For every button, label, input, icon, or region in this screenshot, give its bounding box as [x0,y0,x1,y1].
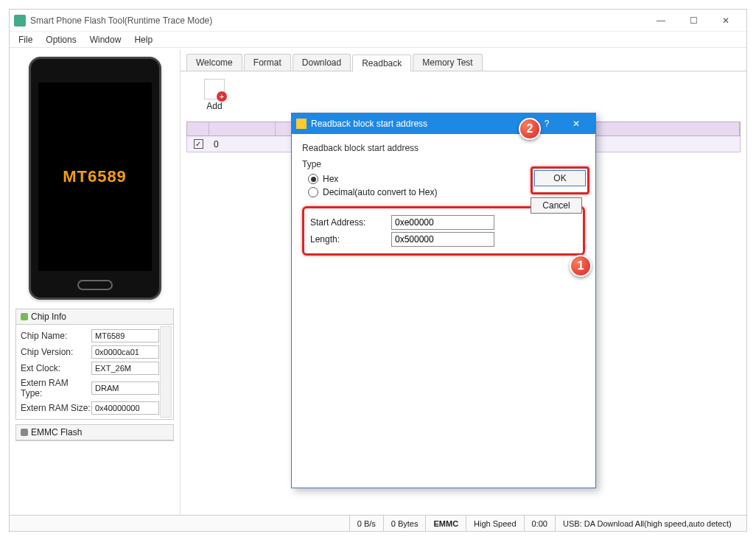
row-index: 0 [209,139,276,150]
ram-type-value: DRAM [91,382,159,395]
dialog-close-button[interactable]: ✕ [561,115,591,133]
chip-info-panel: Chip Info Chip Name:MT6589 Chip Version:… [15,309,174,420]
status-usb: USB: DA Download All(high speed,auto det… [555,516,746,531]
close-button[interactable]: ✕ [710,10,742,31]
menubar: File Options Window Help [10,32,746,48]
tab-welcome[interactable]: Welcome [186,54,242,71]
tab-download[interactable]: Download [293,54,351,71]
chip-name-value: MT6589 [91,329,159,342]
menu-window[interactable]: Window [84,33,127,46]
radio-hex[interactable] [308,174,318,184]
status-storage: EMMC [425,516,466,531]
tab-readback[interactable]: Readback [352,54,411,71]
chip-icon [21,313,28,320]
menu-help[interactable]: Help [128,33,158,46]
emmc-header: EMMC Flash [16,425,173,440]
dialog-titlebar: Readback block start address ? ✕ [292,113,595,134]
ram-size-value: 0x40000000 [91,401,159,415]
radio-decimal[interactable] [308,187,318,197]
status-time: 0:00 [524,516,555,531]
minimize-button[interactable]: — [645,10,677,31]
phone-screen: MT6589 [38,82,152,271]
chip-name-label: Chip Name: [21,331,91,341]
maximize-button[interactable]: ☐ [677,10,710,31]
length-input[interactable] [391,232,494,247]
emmc-panel: EMMC Flash [15,424,174,441]
add-button[interactable]: Add [192,79,237,111]
dialog-icon [296,119,307,129]
callout-1: 1 [570,255,592,277]
emmc-title: EMMC Flash [31,427,82,437]
app-window: Smart Phone Flash Tool(Runtime Trace Mod… [9,9,747,532]
ram-size-label: Extern RAM Size: [21,403,91,413]
status-speed: High Speed [466,516,524,531]
sidebar: MT6589 Chip Info Chip Name:MT6589 Chip V… [10,49,181,515]
tab-memory-test[interactable]: Memory Test [413,54,482,71]
titlebar: Smart Phone Flash Tool(Runtime Trace Mod… [10,10,746,32]
radio-decimal-label: Decimal(auto convert to Hex) [323,187,437,197]
menu-file[interactable]: File [13,33,38,46]
menu-options[interactable]: Options [40,33,82,46]
cancel-button[interactable]: Cancel [531,197,582,214]
radio-hex-label: Hex [323,174,338,184]
chip-version-value: 0x0000ca01 [91,345,159,359]
ok-button[interactable]: OK [534,170,586,186]
status-rate: 0 B/s [349,516,383,531]
row-checkbox[interactable]: ✓ [194,139,203,149]
app-icon [14,15,26,27]
window-title: Smart Phone Flash Tool(Runtime Trace Mod… [30,15,645,26]
tab-format[interactable]: Format [244,54,291,71]
ext-clock-value: EXT_26M [91,362,159,375]
gear-icon [21,429,28,436]
phone-preview: MT6589 [29,57,161,300]
start-address-input[interactable] [391,215,494,230]
dialog-title: Readback block start address [311,119,532,129]
length-label: Length: [310,234,391,245]
add-label: Add [206,101,222,111]
ext-clock-label: Ext Clock: [21,363,91,373]
callout-2: 2 [519,118,541,140]
dialog-heading: Readback block start address [302,143,585,153]
toolbar: Add [181,71,746,119]
phone-home-icon [77,280,113,290]
status-bytes: 0 Bytes [383,516,426,531]
tabs: Welcome Format Download Readback Memory … [181,49,746,71]
ok-highlight: OK [531,166,589,194]
ram-type-label: Extern RAM Type: [21,378,91,398]
status-bar: 0 B/s 0 Bytes EMMC High Speed 0:00 USB: … [10,515,746,531]
phone-chip-label: MT6589 [63,167,127,186]
chip-info-title: Chip Info [31,312,66,322]
chip-info-header: Chip Info [16,309,173,325]
start-address-label: Start Address: [310,217,391,228]
readback-dialog: Readback block start address ? ✕ Readbac… [291,113,596,488]
add-icon [204,79,225,99]
chip-version-label: Chip Version: [21,347,91,357]
